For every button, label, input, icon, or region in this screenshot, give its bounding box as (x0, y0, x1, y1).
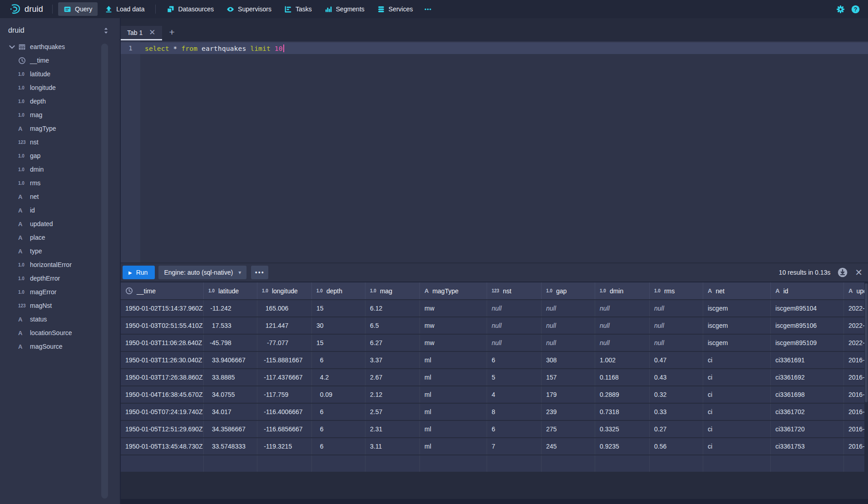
table-cell-nst[interactable]: 8 (487, 404, 542, 420)
table-cell-net[interactable]: ci (703, 352, 771, 368)
table-cell-latitude[interactable]: 34.3586667 (204, 421, 257, 437)
table-cell-latitude[interactable]: 17.533 (204, 317, 257, 334)
table-cell-time[interactable]: 1950-01-04T16:38:45.670Z (121, 386, 204, 403)
table-cell-time[interactable]: 1950-01-05T07:24:19.740Z (121, 404, 204, 420)
table-cell-magtype[interactable]: ml (420, 386, 487, 403)
nav-item-load-data[interactable]: Load data (99, 2, 150, 16)
double-caret-icon[interactable] (103, 27, 109, 34)
table-cell-rms[interactable]: 0.56 (650, 438, 703, 455)
table-cell-nst[interactable]: 6 (487, 352, 542, 368)
table-cell-depth[interactable]: 15 (312, 300, 365, 316)
table-cell-magtype[interactable]: ml (420, 369, 487, 385)
table-cell-nst[interactable]: null (487, 335, 542, 351)
results-header-gap[interactable]: 1.0gap (542, 282, 595, 299)
table-cell-nst[interactable]: 5 (487, 369, 542, 385)
table-cell-depth[interactable]: 6 (312, 352, 365, 368)
table-cell-rms[interactable]: 0.33 (650, 404, 703, 420)
table-cell-latitude[interactable]: 34.017 (204, 404, 257, 420)
table-cell-magtype[interactable]: mw (420, 300, 487, 316)
table-cell-latitude[interactable]: -45.798 (204, 335, 257, 351)
results-header-latitude[interactable]: 1.0latitude (204, 282, 257, 299)
table-cell-magtype[interactable]: ml (420, 421, 487, 437)
table-cell-time[interactable]: 1950-01-03T11:26:30.040Z (121, 352, 204, 368)
editor-line-1[interactable]: 1 select * from earthquakes limit 10 (121, 42, 868, 54)
table-cell-net[interactable]: ci (703, 438, 771, 455)
results-header-depth[interactable]: 1.0depth (312, 282, 365, 299)
table-cell-nst[interactable]: null (487, 300, 542, 316)
download-icon[interactable] (838, 267, 848, 277)
table-cell-mag[interactable]: 6.12 (365, 300, 420, 316)
table-cell-magtype[interactable]: ml (420, 438, 487, 455)
add-tab-icon[interactable]: + (169, 27, 175, 38)
results-header-dmin[interactable]: 1.0dmin (595, 282, 650, 299)
table-cell-longitude[interactable]: -116.4006667 (257, 404, 312, 420)
table-cell-longitude[interactable]: -119.3215 (257, 438, 312, 455)
table-cell-mag[interactable]: 3.37 (365, 352, 420, 368)
table-cell-mag[interactable]: 2.31 (365, 421, 420, 437)
table-cell-rms[interactable]: 0.47 (650, 352, 703, 368)
horizontal-scrollbar[interactable] (121, 499, 868, 504)
nav-item-more[interactable] (420, 2, 435, 16)
table-cell-net[interactable]: iscgem (703, 300, 771, 316)
table-cell-dmin[interactable]: 1.002 (595, 352, 650, 368)
table-cell-depth[interactable]: 4.2 (312, 369, 365, 385)
results-header-net[interactable]: Anet (703, 282, 771, 299)
table-cell-latitude[interactable]: 33.9406667 (204, 352, 257, 368)
nav-item-segments[interactable]: Segments (319, 2, 370, 16)
table-cell-dmin[interactable]: null (595, 300, 650, 316)
table-cell-nst[interactable]: null (487, 317, 542, 334)
table-cell-depth[interactable]: 30 (312, 317, 365, 334)
table-cell-longitude[interactable]: -117.4376667 (257, 369, 312, 385)
table-cell-rms[interactable]: null (650, 300, 703, 316)
results-header-longitude[interactable]: 1.0longitude (257, 282, 312, 299)
table-cell-mag[interactable]: 6.5 (365, 317, 420, 334)
table-cell-id[interactable]: iscgem895106 (771, 317, 844, 334)
help-icon[interactable]: ? (851, 5, 860, 14)
table-cell-dmin[interactable]: null (595, 317, 650, 334)
table-cell-magtype[interactable]: mw (420, 317, 487, 334)
table-cell-time[interactable]: 1950-01-03T02:51:55.410Z (121, 317, 204, 334)
table-cell-depth[interactable]: 6 (312, 421, 365, 437)
druid-logo[interactable]: druid (5, 3, 48, 15)
table-cell-id[interactable]: ci3361702 (771, 404, 844, 420)
table-cell-longitude[interactable]: -115.8881667 (257, 352, 312, 368)
table-cell-gap[interactable]: 157 (542, 369, 595, 385)
table-cell-time[interactable]: 1950-01-03T11:06:28.640Z (121, 335, 204, 351)
table-cell-dmin[interactable]: 0.3325 (595, 421, 650, 437)
table-cell-dmin[interactable]: 0.9235 (595, 438, 650, 455)
table-cell-id[interactable]: ci3361692 (771, 369, 844, 385)
table-cell-mag[interactable]: 3.11 (365, 438, 420, 455)
table-cell-nst[interactable]: 7 (487, 438, 542, 455)
table-cell-depth[interactable]: 6 (312, 404, 365, 420)
table-cell-mag[interactable]: 2.12 (365, 386, 420, 403)
table-cell-id[interactable]: iscgem895109 (771, 335, 844, 351)
table-cell-rms[interactable]: null (650, 335, 703, 351)
table-cell-net[interactable]: ci (703, 404, 771, 420)
table-cell-net[interactable]: iscgem (703, 335, 771, 351)
table-cell-id[interactable]: ci3361691 (771, 352, 844, 368)
table-cell-mag[interactable]: 6.27 (365, 335, 420, 351)
results-header-mag[interactable]: 1.0mag (365, 282, 420, 299)
sidebar-scrollbar[interactable] (101, 44, 108, 499)
results-header-magtype[interactable]: AmagType (420, 282, 487, 299)
table-cell-id[interactable]: ci3361753 (771, 438, 844, 455)
results-header-rms[interactable]: 1.0rms (650, 282, 703, 299)
table-cell-latitude[interactable]: 33.8885 (204, 369, 257, 385)
nav-item-datasources[interactable]: Datasources (161, 2, 219, 16)
table-cell-depth[interactable]: 15 (312, 335, 365, 351)
table-cell-gap[interactable]: null (542, 335, 595, 351)
more-options-button[interactable]: ••• (251, 266, 268, 279)
table-cell-latitude[interactable]: -11.242 (204, 300, 257, 316)
table-cell-latitude[interactable]: 34.0755 (204, 386, 257, 403)
chevron-down-icon[interactable] (8, 43, 18, 51)
table-cell-longitude[interactable]: -117.759 (257, 386, 312, 403)
table-cell-time[interactable]: 1950-01-02T15:14:37.960Z (121, 300, 204, 316)
close-icon[interactable]: ✕ (149, 29, 155, 36)
engine-select[interactable]: Engine: auto (sql-native) ▾ (158, 266, 247, 279)
gear-icon[interactable] (836, 5, 845, 14)
run-button[interactable]: ▶ Run (123, 266, 155, 279)
table-cell-net[interactable]: ci (703, 369, 771, 385)
table-cell-dmin[interactable]: 0.1168 (595, 369, 650, 385)
nav-item-supervisors[interactable]: Supervisors (221, 2, 277, 16)
table-cell-latitude[interactable]: 33.5748333 (204, 438, 257, 455)
